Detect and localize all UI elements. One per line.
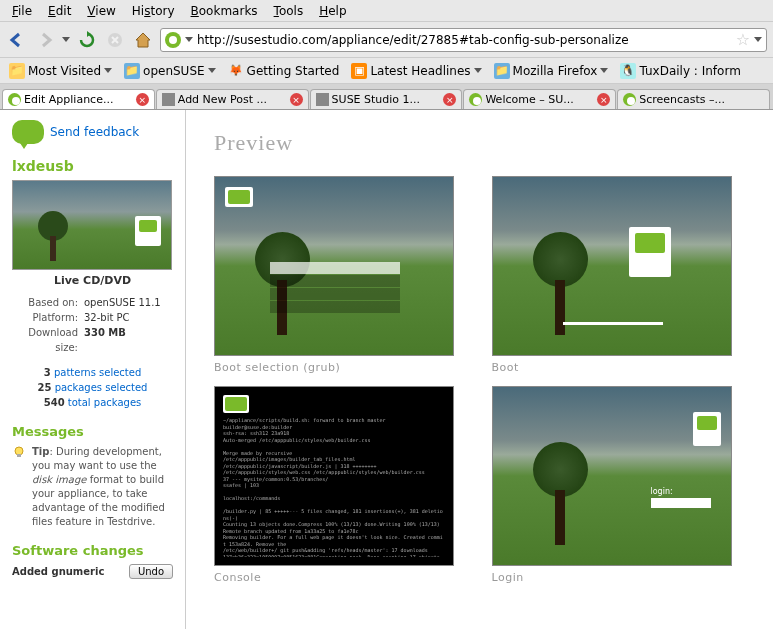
preview-boot-selection[interactable]: Boot selection (grub) [214, 176, 468, 374]
tab-screencasts[interactable]: Screencasts –... [617, 89, 770, 109]
main-panel: Preview Boot selection (grub) Boot [186, 110, 773, 629]
bookmark-star-icon[interactable]: ☆ [736, 30, 750, 49]
url-bar[interactable]: ☆ [160, 28, 767, 52]
bookmarks-toolbar: 📁Most Visited 📁openSUSE 🦊Getting Started… [0, 58, 773, 84]
preview-grid: Boot selection (grub) Boot ~/appliance/s… [214, 176, 745, 584]
menu-file[interactable]: FFileile [4, 2, 40, 20]
menu-help[interactable]: Help [311, 2, 354, 20]
appliance-thumbnail[interactable] [12, 180, 172, 270]
menu-view[interactable]: View [79, 2, 123, 20]
bookmark-latest-headlines[interactable]: ▣Latest Headlines [346, 61, 486, 81]
page-content: Send feedback lxdeusb Live CD/DVD Based … [0, 110, 773, 629]
patterns-link[interactable]: patterns selected [54, 367, 141, 378]
sidebar: Send feedback lxdeusb Live CD/DVD Based … [0, 110, 186, 629]
tab-close-icon[interactable]: × [136, 93, 149, 106]
feedback-label: Send feedback [50, 125, 139, 139]
tab-edit-appliance[interactable]: Edit Appliance...× [2, 89, 155, 109]
url-input[interactable] [197, 33, 732, 47]
tab-welcome[interactable]: Welcome – SU...× [463, 89, 616, 109]
tab-close-icon[interactable]: × [290, 93, 303, 106]
appliance-format: Live CD/DVD [12, 274, 173, 287]
back-button[interactable] [6, 29, 28, 51]
tab-favicon-icon [623, 93, 636, 106]
appliance-name: lxdeusb [12, 158, 173, 174]
site-favicon-icon [165, 32, 181, 48]
tab-bar: Edit Appliance...× Add New Post ...× SUS… [0, 84, 773, 110]
menu-history[interactable]: History [124, 2, 183, 20]
bookmark-mozilla-firefox[interactable]: 📁Mozilla Firefox [489, 61, 614, 81]
tip-message: Tip: During development, you may want to… [12, 445, 173, 529]
tab-suse-studio[interactable]: SUSE Studio 1...× [310, 89, 463, 109]
bookmark-opensuse[interactable]: 📁openSUSE [119, 61, 221, 81]
preview-login[interactable]: login: Login [492, 386, 746, 584]
menu-bookmarks[interactable]: Bookmarks [183, 2, 266, 20]
stop-button[interactable] [104, 29, 126, 51]
preview-boot[interactable]: Boot [492, 176, 746, 374]
bookmark-getting-started[interactable]: 🦊Getting Started [223, 61, 345, 81]
software-changes-heading: Software changes [12, 543, 173, 558]
menu-edit[interactable]: Edit [40, 2, 79, 20]
appliance-stats: 3 patterns selected 25 packages selected… [12, 365, 173, 410]
change-row: Added gnumeric Undo [12, 564, 173, 579]
preview-console[interactable]: ~/appliance/scripts/build.sh: forward to… [214, 386, 468, 584]
svg-point-1 [15, 447, 23, 455]
total-packages-link[interactable]: total packages [68, 397, 141, 408]
forward-button[interactable] [34, 29, 56, 51]
menu-tools[interactable]: Tools [266, 2, 312, 20]
reload-button[interactable] [76, 29, 98, 51]
tab-close-icon[interactable]: × [443, 93, 456, 106]
svg-rect-2 [17, 454, 21, 457]
feedback-link[interactable]: Send feedback [12, 120, 173, 144]
change-text: Added gnumeric [12, 566, 104, 577]
menu-bar: FFileile Edit View History Bookmarks Too… [0, 0, 773, 22]
tab-add-new-post[interactable]: Add New Post ...× [156, 89, 309, 109]
messages-heading: Messages [12, 424, 173, 439]
appliance-meta: Based on:openSUSE 11.1 Platform:32-bit P… [12, 295, 173, 355]
lightbulb-icon [12, 445, 26, 459]
tab-close-icon[interactable]: × [597, 93, 610, 106]
tab-favicon-icon [162, 93, 175, 106]
nav-toolbar: ☆ [0, 22, 773, 58]
url-history-dropdown[interactable] [754, 37, 762, 42]
speech-bubble-icon [12, 120, 44, 144]
nav-history-dropdown[interactable] [62, 37, 70, 42]
packages-link[interactable]: packages selected [55, 382, 148, 393]
tab-favicon-icon [469, 93, 482, 106]
home-button[interactable] [132, 29, 154, 51]
url-identity-dropdown[interactable] [185, 37, 193, 42]
preview-heading: Preview [214, 130, 745, 156]
tab-favicon-icon [316, 93, 329, 106]
undo-button[interactable]: Undo [129, 564, 173, 579]
bookmark-tuxdaily[interactable]: 🐧TuxDaily : Inform [615, 61, 745, 81]
bookmark-most-visited[interactable]: 📁Most Visited [4, 61, 117, 81]
tab-favicon-icon [8, 93, 21, 106]
